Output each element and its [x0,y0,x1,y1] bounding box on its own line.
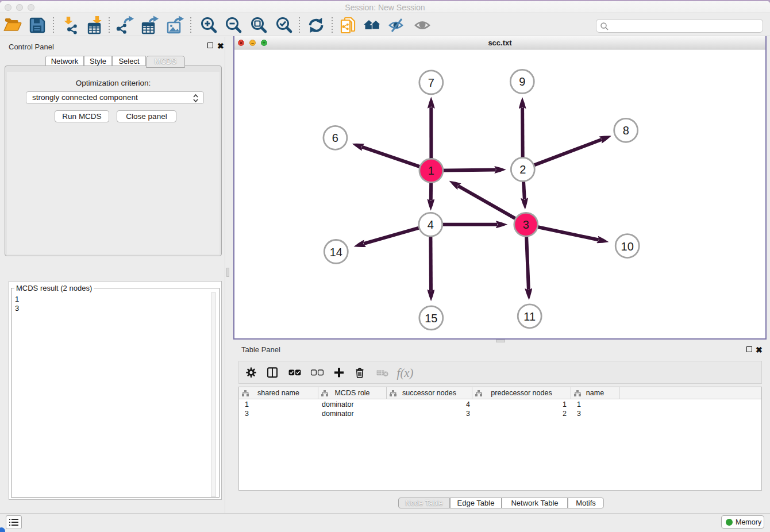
svg-text:3: 3 [523,218,529,231]
svg-text:6: 6 [332,132,338,144]
svg-text:4: 4 [428,218,434,231]
svg-text:1: 1 [428,164,434,177]
svg-text:9: 9 [519,75,525,88]
svg-text:7: 7 [428,76,434,89]
svg-text:10: 10 [621,240,634,253]
svg-text:11: 11 [523,310,536,323]
svg-text:2: 2 [519,163,526,176]
svg-text:8: 8 [623,124,629,137]
svg-text:15: 15 [425,312,437,325]
svg-text:14: 14 [330,246,342,259]
